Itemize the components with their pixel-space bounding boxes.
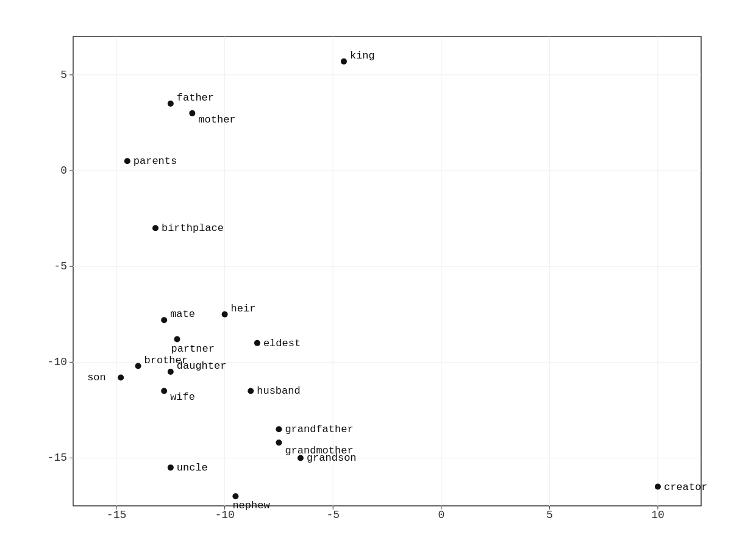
point-label: father bbox=[177, 92, 214, 104]
data-point bbox=[118, 374, 124, 380]
data-point bbox=[341, 58, 347, 64]
data-point bbox=[276, 439, 282, 446]
point-label: daughter bbox=[177, 360, 227, 372]
point-label: mate bbox=[170, 308, 195, 320]
svg-text:-5: -5 bbox=[326, 509, 340, 521]
data-point bbox=[248, 388, 254, 394]
point-label: mother bbox=[198, 113, 235, 125]
svg-text:0: 0 bbox=[60, 165, 67, 177]
data-point bbox=[232, 493, 238, 499]
point-label: eldest bbox=[263, 337, 301, 349]
point-label: birthplace bbox=[162, 222, 224, 234]
svg-rect-0 bbox=[73, 37, 701, 506]
point-label: uncle bbox=[177, 462, 208, 474]
data-point bbox=[189, 110, 195, 116]
scatter-plot: -15-10-50510-15-10-505kingfathermotherpa… bbox=[30, 18, 726, 536]
data-point bbox=[135, 363, 141, 369]
data-point bbox=[152, 225, 159, 231]
data-point bbox=[124, 158, 130, 164]
svg-text:0: 0 bbox=[438, 509, 444, 521]
data-point bbox=[161, 317, 167, 323]
point-label: nephew bbox=[232, 500, 270, 511]
point-label: grandson bbox=[307, 452, 357, 464]
point-label: creator bbox=[664, 481, 707, 492]
data-point bbox=[276, 426, 282, 432]
chart-container: -15-10-50510-15-10-505kingfathermotherpa… bbox=[0, 0, 756, 554]
data-point bbox=[168, 369, 174, 375]
data-point bbox=[298, 455, 304, 461]
chart-wrapper: -15-10-50510-15-10-505kingfathermotherpa… bbox=[30, 18, 726, 536]
data-point bbox=[161, 388, 167, 394]
point-label: king bbox=[350, 49, 375, 61]
svg-text:5: 5 bbox=[60, 68, 67, 80]
point-label: wife bbox=[170, 391, 195, 403]
data-point bbox=[254, 339, 260, 346]
svg-text:-10: -10 bbox=[48, 356, 67, 368]
point-label: husband bbox=[257, 385, 300, 397]
point-label: grandfather bbox=[285, 424, 353, 435]
point-label: son bbox=[87, 372, 106, 383]
data-point bbox=[222, 311, 228, 317]
point-label: parents bbox=[134, 155, 177, 167]
data-point bbox=[168, 101, 174, 107]
point-label: partner bbox=[171, 343, 214, 354]
svg-text:-15: -15 bbox=[48, 452, 67, 464]
data-point bbox=[655, 483, 661, 489]
point-label: heir bbox=[231, 302, 256, 314]
svg-text:-10: -10 bbox=[215, 509, 234, 521]
svg-text:10: 10 bbox=[651, 509, 665, 521]
svg-text:-5: -5 bbox=[54, 260, 67, 272]
svg-text:5: 5 bbox=[546, 509, 553, 521]
data-point bbox=[168, 464, 174, 471]
data-point bbox=[174, 336, 180, 342]
svg-text:-15: -15 bbox=[107, 509, 126, 521]
